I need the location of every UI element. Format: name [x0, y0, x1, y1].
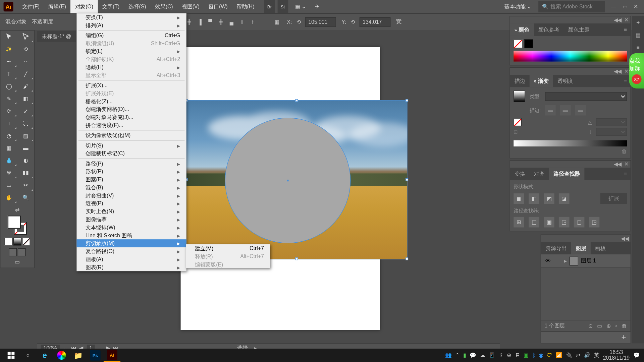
- tray-shield-icon[interactable]: ⊕: [507, 352, 511, 358]
- close-button[interactable]: ✕: [634, 4, 638, 10]
- tab-gradient[interactable]: ◊渐变: [530, 75, 553, 87]
- curvature-tool[interactable]: 〰: [17, 55, 34, 68]
- magic-wand-tool[interactable]: ✨: [0, 43, 17, 55]
- menu-item[interactable]: 编组(G)Ctrl+G: [76, 32, 186, 40]
- artboard-tool[interactable]: ▭: [0, 179, 17, 192]
- menu-item[interactable]: 混合(B)▶: [76, 184, 186, 192]
- menu-item[interactable]: 复合路径(O)▶: [76, 247, 186, 255]
- divide-icon[interactable]: ⊞: [514, 217, 524, 228]
- layer-name[interactable]: 图层 1: [581, 257, 596, 264]
- menu-item[interactable]: 切片(S)▶: [76, 141, 186, 149]
- minimize-button[interactable]: —: [611, 4, 616, 10]
- tab-align[interactable]: 对齐: [530, 168, 549, 180]
- menu-item[interactable]: 设为像素级优化(M): [76, 131, 186, 139]
- action-center-icon[interactable]: 💬: [633, 352, 640, 358]
- outline-icon[interactable]: ▢: [574, 217, 585, 228]
- gradient-angle-select[interactable]: [596, 118, 627, 126]
- menu-item[interactable]: 画板(A)▶: [76, 255, 186, 263]
- tray-security-icon[interactable]: 🛡: [547, 352, 552, 358]
- panel-close-icon[interactable]: ✕: [624, 161, 629, 167]
- column-graph-tool[interactable]: ▮▮: [17, 167, 34, 179]
- strip-libraries-icon[interactable]: ▤: [636, 32, 641, 38]
- tray-usb-icon[interactable]: ⇪: [499, 352, 503, 358]
- menu-item[interactable]: 剪切蒙版(M)▶: [76, 239, 186, 247]
- symbol-sprayer-tool[interactable]: ❋: [0, 167, 17, 179]
- cortana-icon[interactable]: ○: [19, 349, 36, 362]
- unite-icon[interactable]: ◼: [514, 193, 524, 204]
- panel-collapse-icon[interactable]: ◀◀: [614, 68, 622, 74]
- gradient-slider[interactable]: [514, 140, 627, 146]
- tray-cloud-icon[interactable]: ☁: [480, 352, 485, 358]
- scale-tool[interactable]: ⤢: [17, 105, 34, 117]
- menu-item[interactable]: 创建渐变网格(D)...: [76, 105, 186, 113]
- tab-color-guide[interactable]: 颜色参考: [534, 23, 564, 36]
- tray-overflow-icon[interactable]: ⌃: [455, 352, 460, 358]
- gradient-tool[interactable]: ▬: [17, 142, 34, 155]
- menu-item[interactable]: 路径(P)▶: [76, 160, 186, 168]
- trash-icon[interactable]: 🗑: [514, 148, 627, 154]
- menu-item[interactable]: 文本绕排(W)▶: [76, 224, 186, 232]
- gradient-mode-icon[interactable]: [13, 238, 21, 246]
- trim-icon[interactable]: ◫: [529, 217, 539, 228]
- color-mode-icon[interactable]: [4, 238, 12, 246]
- minus-front-icon[interactable]: ◧: [529, 193, 539, 204]
- align-vcenter-icon[interactable]: ╋: [216, 17, 226, 27]
- x-link-icon[interactable]: ⟲: [294, 17, 304, 27]
- tray-device-icon[interactable]: 📱: [489, 352, 495, 358]
- expand-button[interactable]: 扩展: [600, 193, 627, 204]
- gradient-aspect-select[interactable]: [596, 128, 627, 136]
- eyedropper-tool[interactable]: 💧: [0, 155, 17, 167]
- menu-item[interactable]: 图案(E)▶: [76, 176, 186, 184]
- tray-network-icon[interactable]: ⇄: [576, 352, 580, 358]
- panel-close-icon[interactable]: ✕: [624, 68, 629, 74]
- merge-icon[interactable]: ▣: [544, 217, 554, 228]
- float-promo-badge[interactable]: 点我加群 87: [629, 53, 644, 88]
- menu-item[interactable]: 锁定(L)▶: [76, 47, 186, 55]
- menu-file[interactable]: 文件(F): [18, 0, 44, 13]
- photoshop-taskbar-icon[interactable]: Ps: [87, 349, 104, 362]
- panel-collapse-icon[interactable]: ◀◀: [614, 161, 622, 167]
- panel-menu-icon[interactable]: ≡: [620, 26, 630, 33]
- menu-effect[interactable]: 效果(C): [151, 0, 177, 13]
- menu-edit[interactable]: 编辑(E): [44, 0, 70, 13]
- mesh-tool[interactable]: ▦: [0, 142, 17, 155]
- menu-item[interactable]: 隐藏(H)▶: [76, 63, 186, 71]
- people-icon[interactable]: 👥: [445, 352, 452, 358]
- menu-item[interactable]: 创建对象马赛克(J)...: [76, 113, 186, 121]
- menu-item[interactable]: 透视(P)▶: [76, 199, 186, 207]
- rotate-tool[interactable]: ⟳: [0, 105, 17, 117]
- search-stock[interactable]: 🔍搜索 Adobe Stock: [538, 1, 605, 12]
- tray-wifi-icon[interactable]: 📶: [556, 352, 562, 358]
- type-tool[interactable]: T: [0, 68, 17, 80]
- strip-align-icon[interactable]: ≡: [636, 44, 639, 50]
- tray-bluetooth-icon[interactable]: ᛒ: [532, 352, 535, 358]
- align-bottom-icon[interactable]: ▄: [227, 17, 236, 27]
- menu-item[interactable]: 变换(T)▶: [76, 13, 186, 21]
- zoom-tool[interactable]: 🔍: [17, 192, 34, 204]
- selection-tool[interactable]: [0, 31, 17, 43]
- tray-app-icon[interactable]: ▮: [463, 352, 466, 358]
- panel-close-icon[interactable]: ✕: [624, 17, 629, 23]
- visibility-icon[interactable]: 👁: [544, 258, 552, 264]
- distribute-v-icon[interactable]: ⫳: [248, 17, 258, 27]
- menu-select[interactable]: 选择(S): [124, 0, 151, 13]
- tab-stroke[interactable]: 描边: [510, 75, 530, 87]
- new-sublayer-icon[interactable]: ⊕: [606, 323, 611, 329]
- align-top-icon[interactable]: ▀: [205, 17, 215, 27]
- file-explorer-icon[interactable]: 📁: [70, 349, 87, 362]
- none-mode-icon[interactable]: [22, 238, 30, 246]
- menu-item[interactable]: 栅格化(Z)...: [76, 97, 186, 105]
- menu-item[interactable]: 图像描摹▶: [76, 216, 186, 224]
- transform-reference-icon[interactable]: ▦: [272, 17, 281, 27]
- free-transform-tool[interactable]: ⛶: [17, 117, 34, 130]
- menu-item[interactable]: 拼合透明度(F)...: [76, 121, 186, 129]
- start-button[interactable]: [3, 349, 19, 362]
- x-input[interactable]: [305, 17, 336, 27]
- rectangle-tool[interactable]: ◯: [0, 80, 17, 93]
- menu-view[interactable]: 视图(V): [177, 0, 204, 13]
- menu-item[interactable]: Line 和 Sketch 图稿▶: [76, 231, 186, 239]
- panel-collapse-icon[interactable]: ◀◀: [621, 235, 629, 241]
- y-link-icon[interactable]: ⟲: [348, 17, 358, 27]
- arrange-docs-icon[interactable]: ▦ ⌄: [291, 0, 311, 13]
- tab-asset-export[interactable]: 资源导出: [541, 242, 571, 254]
